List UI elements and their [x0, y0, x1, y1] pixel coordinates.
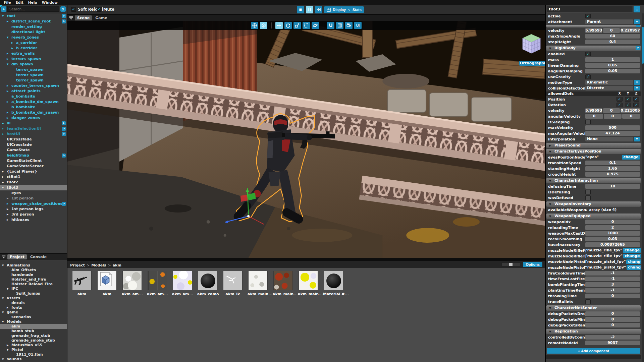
asset-item-akm-am[interactable]: akm_am... [147, 271, 168, 296]
value-field[interactable]: 1 [585, 57, 640, 62]
tree-item-terrors-spawn[interactable]: ▶terrors_spawn [0, 56, 67, 62]
change-button[interactable]: change [626, 259, 641, 264]
tab-project[interactable]: Project [7, 254, 27, 259]
value-field[interactable]: 0 [585, 323, 640, 327]
section-header-replication[interactable]: ▼Replication [546, 329, 641, 334]
breadcrumb-models[interactable]: Models [91, 263, 106, 267]
tree-item-gamestate[interactable]: GameState [0, 147, 67, 153]
value-field[interactable]: 10 [585, 184, 640, 189]
tree-item-grenade-frag-stub[interactable]: grenade_frag_stub [0, 334, 67, 338]
tree-item-pistol[interactable]: ▼Pistol [0, 348, 67, 352]
tree-item-directional-light[interactable]: directional_light [0, 29, 67, 35]
dropdown-value[interactable]: None [585, 137, 633, 141]
checkbox[interactable]: ✓ [585, 74, 591, 79]
rotate-tool-button[interactable] [284, 22, 292, 29]
collapse-arrow-icon[interactable]: ▼ [7, 349, 11, 351]
expand-arrow-icon[interactable]: ▶ [7, 208, 11, 210]
expand-arrow-icon[interactable]: ▶ [2, 181, 6, 184]
array-value[interactable]: ▶array (size 4) [585, 207, 640, 212]
tree-item-terror-spawn[interactable]: terror_spawn [0, 72, 67, 78]
value-field[interactable]: -2 [585, 335, 640, 340]
link-badge[interactable]: > [62, 132, 66, 136]
tree-item-terror-spawn[interactable]: terror_spawn [0, 78, 67, 83]
collapse-arrow-icon[interactable]: ▼ [7, 36, 11, 39]
vector-component-field[interactable]: 0.221005 [621, 108, 640, 113]
expand-arrow-icon[interactable]: ▶ [2, 176, 6, 178]
vector-component-field[interactable]: 0 [603, 28, 620, 33]
help-button[interactable]: ? [636, 46, 640, 50]
expand-arrow-icon[interactable]: ▶ [2, 127, 6, 130]
orbit-tool-button[interactable] [312, 22, 319, 29]
link-badge[interactable]: > [62, 19, 66, 23]
scrollbar-thumb[interactable] [642, 27, 644, 64]
vector-component-field[interactable]: 0 [585, 114, 603, 119]
tree-item-hitboxes[interactable]: ▶hitboxes [0, 217, 67, 223]
vector-component-field[interactable]: 0 [604, 114, 622, 119]
vector-component-field[interactable]: 0 [603, 108, 620, 113]
stats-button[interactable]: Stats [350, 6, 364, 13]
expand-arrow-icon[interactable]: ▶ [7, 52, 11, 55]
expand-arrow-icon[interactable]: ▶ [7, 20, 11, 23]
asset-item-material[interactable]: Material #... [323, 271, 344, 296]
tree-item-1st-person-legs[interactable]: ▶1st person legs [0, 206, 67, 212]
scrolled-section-header[interactable] [546, 25, 641, 27]
tree-item-scenarios[interactable]: scenarios [0, 315, 67, 319]
value-field[interactable]: 500 [585, 125, 640, 130]
value-field[interactable]: 9037 [585, 341, 640, 345]
asset-item-akm[interactable]: akm [71, 271, 92, 296]
checkbox[interactable] [585, 190, 591, 194]
asset-thumbnail[interactable] [223, 271, 243, 290]
collapse-arrow-icon[interactable]: ▼ [2, 15, 6, 17]
value-field[interactable]: 47.124 [585, 131, 640, 136]
tree-item-a-bombsite[interactable]: a_bombsite [0, 94, 67, 99]
tree-item-heightmap[interactable]: heightmap> [0, 153, 67, 158]
chevron-down-icon[interactable]: ▼ [634, 86, 640, 90]
breadcrumb-akm[interactable]: akm [113, 263, 121, 267]
value-field[interactable]: 0.4 [585, 40, 640, 44]
dropdown-value[interactable]: Parent [585, 19, 633, 24]
rect-select-button[interactable] [303, 22, 310, 29]
tree-item-tbot2[interactable]: ▶tBot2 [0, 180, 67, 185]
value-field[interactable]: 0.05 [585, 69, 640, 73]
value-field[interactable]: 0.00872665 [585, 242, 640, 247]
tree-item-1st-person[interactable]: ▶1st person [0, 196, 67, 201]
collapse-arrow-icon[interactable]: ▼ [2, 358, 6, 361]
asset-thumbnail[interactable] [273, 271, 293, 290]
checkbox[interactable]: ✓ [585, 14, 591, 18]
menu-file[interactable]: File [1, 0, 13, 4]
section-header-characterinteraction[interactable]: ▼CharacterInteraction [546, 178, 641, 183]
collapse-arrow-icon[interactable]: ▼ [2, 264, 6, 267]
tree-item-teamselectionui[interactable]: ▶teamSelectionUI> [0, 126, 67, 131]
tree-item-b-bombsite-dm-spawn[interactable]: ▶b_bombsite_dm_spawn [0, 110, 67, 115]
value-field[interactable]: 0 [585, 294, 640, 298]
chevron-down-icon[interactable]: ▼ [634, 19, 640, 24]
link-badge[interactable]: > [62, 121, 66, 125]
grid-snap-button[interactable] [336, 22, 343, 29]
tab-scene[interactable]: Scene [75, 15, 92, 20]
asset-thumbnail[interactable] [248, 271, 268, 290]
chevron-down-icon[interactable]: ▼ [634, 137, 640, 141]
asset-item-akm-main[interactable]: akm_main... [298, 271, 319, 296]
value-field[interactable]: 0.1 [585, 161, 640, 165]
expand-arrow-icon[interactable]: ▶ [7, 202, 11, 205]
axis-checkbox[interactable]: ✓ [625, 97, 631, 102]
tree-item-attract-points[interactable]: ▶attract_points [0, 88, 67, 94]
change-button[interactable]: change [622, 155, 640, 160]
world-space-button[interactable] [251, 22, 258, 29]
tree-item-eyes[interactable]: eyes [0, 190, 67, 196]
axis-checkbox[interactable]: ✓ [616, 103, 623, 107]
section-header-rigidbody[interactable]: ▼RigidBody? [546, 46, 641, 51]
menu-window[interactable]: Window [40, 0, 60, 4]
axis-checkbox[interactable]: ✓ [625, 103, 631, 107]
link-badge[interactable]: > [62, 127, 66, 131]
camera-button[interactable] [345, 22, 353, 29]
value-field[interactable]: 0 [585, 220, 640, 224]
mute-checkbox[interactable]: ✓ Mute [97, 7, 114, 12]
tree-item-counter-terrors-spawn[interactable]: ▶counter_terrors_spawn [0, 83, 67, 88]
tree-item-bomb-stub[interactable]: bomb_stub [0, 329, 67, 334]
value-field[interactable]: 0.03 [585, 237, 640, 241]
value-field[interactable]: -1 [585, 277, 640, 281]
asset-thumbnail[interactable] [324, 271, 343, 290]
value-field[interactable]: 0 [585, 317, 640, 322]
link-badge[interactable]: > [62, 202, 66, 206]
